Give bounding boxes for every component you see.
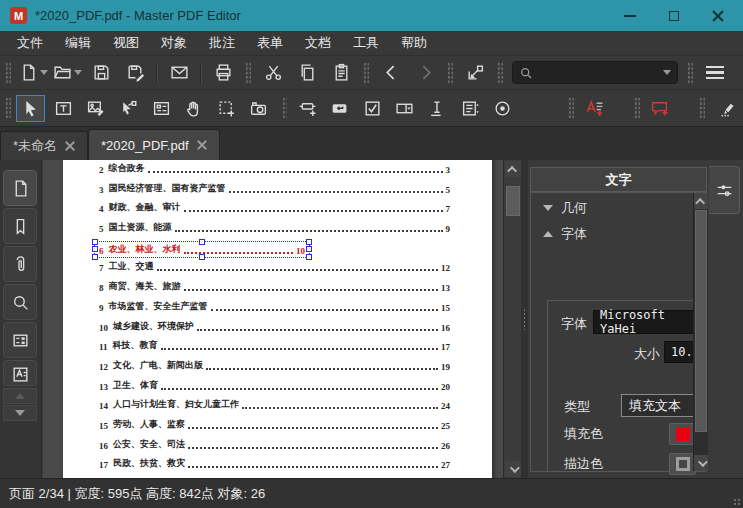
scroll-down-button[interactable]: [694, 455, 708, 471]
panel-toggle-tab[interactable]: [709, 166, 740, 214]
toc-row[interactable]: 10城乡建设、环境保护16: [99, 316, 450, 336]
menu-item-2[interactable]: 视图: [102, 32, 150, 54]
add-text-field-button[interactable]: [292, 95, 322, 122]
selection-handle[interactable]: [92, 254, 98, 260]
toolbar-grip[interactable]: [5, 97, 11, 119]
add-combobox-button[interactable]: [390, 95, 420, 122]
selection-handle[interactable]: [306, 239, 312, 245]
scroll-up-button[interactable]: [505, 161, 521, 177]
snapshot-tool-button[interactable]: [244, 95, 274, 122]
font-name-field[interactable]: Microsoft YaHei: [593, 310, 696, 334]
sticky-note-tool-button[interactable]: [645, 95, 675, 122]
toolbar-grip[interactable]: [363, 62, 369, 84]
tab-close-icon[interactable]: [65, 141, 75, 151]
scroll-up-button[interactable]: [694, 193, 708, 209]
search-panel-button[interactable]: [3, 284, 37, 320]
toc-row[interactable]: 12文化、广电、新闻出版19: [99, 355, 450, 375]
add-text-cursor-button[interactable]: [423, 95, 453, 122]
resize-grip[interactable]: [733, 498, 741, 506]
fit-page-button[interactable]: [458, 59, 492, 86]
overflow-menu-button[interactable]: [698, 59, 732, 86]
add-radio-button[interactable]: [488, 95, 518, 122]
print-button[interactable]: [206, 59, 240, 86]
select-tool-button[interactable]: [16, 95, 46, 122]
section-font[interactable]: 字体: [531, 219, 706, 245]
pages-panel-button[interactable]: [3, 170, 37, 206]
chevron-down-icon[interactable]: [663, 70, 671, 75]
tab-2020-pdf[interactable]: *2020_PDF.pdf: [88, 129, 219, 160]
menu-item-6[interactable]: 文档: [294, 32, 342, 54]
toc-row[interactable]: 15劳动、人事、监察25: [99, 414, 450, 434]
toc-row[interactable]: 16公安、安全、司法26: [99, 434, 450, 454]
toolbar-grip[interactable]: [245, 62, 251, 84]
stroke-color-button[interactable]: [669, 453, 696, 475]
save-button[interactable]: [84, 59, 118, 86]
selected-text-object[interactable]: 6农业、林业、水利10: [94, 241, 310, 258]
marker-tool-button[interactable]: [710, 95, 740, 122]
panel-splitter[interactable]: [521, 160, 528, 478]
new-document-button[interactable]: [16, 59, 50, 86]
add-checkbox-button[interactable]: [358, 95, 388, 122]
toc-row[interactable]: 6农业、林业、水利10: [99, 237, 450, 257]
toolbar-grip[interactable]: [634, 97, 640, 119]
selection-handle[interactable]: [92, 246, 98, 252]
menu-item-4[interactable]: 批注: [198, 32, 246, 54]
scroll-down-button[interactable]: [505, 461, 521, 477]
highlight-text-tool-button[interactable]: [579, 95, 609, 122]
edit-form-tool-button[interactable]: [146, 95, 176, 122]
bookmarks-panel-button[interactable]: [3, 208, 37, 244]
tab-close-icon[interactable]: [197, 140, 207, 150]
attachments-panel-button[interactable]: [3, 246, 37, 282]
form-fields-panel-button[interactable]: [3, 322, 37, 358]
add-listbox-button[interactable]: [455, 95, 485, 122]
selection-handle[interactable]: [306, 246, 312, 252]
toc-row[interactable]: 5国土资源、能源9: [99, 217, 450, 237]
title-bar[interactable]: M *2020_PDF.pdf - Master PDF Editor: [0, 0, 743, 31]
search-input[interactable]: [512, 61, 678, 84]
menu-item-8[interactable]: 帮助: [390, 32, 438, 54]
toc-row[interactable]: 13卫生、体育20: [99, 375, 450, 395]
hand-tool-button[interactable]: [179, 95, 209, 122]
forward-button[interactable]: [408, 59, 442, 86]
document-viewport[interactable]: 2综合政务33国民经济管理、国有资产监管54财政、金融、审计75国土资源、能源9…: [43, 160, 503, 478]
add-button-field-button[interactable]: [325, 95, 355, 122]
toc-row[interactable]: 7工业、交通12: [99, 256, 450, 276]
selection-handle[interactable]: [199, 239, 205, 245]
crop-tool-button[interactable]: [211, 95, 241, 122]
menu-item-3[interactable]: 对象: [150, 32, 198, 54]
toolbar-grip[interactable]: [5, 62, 11, 84]
selection-handle[interactable]: [92, 239, 98, 245]
back-button[interactable]: [374, 59, 408, 86]
minimize-button[interactable]: [615, 4, 645, 28]
scrollbar-thumb[interactable]: [506, 186, 520, 216]
paste-button[interactable]: [324, 59, 358, 86]
close-button[interactable]: [703, 4, 733, 28]
toolbar-grip[interactable]: [568, 97, 574, 119]
open-file-button[interactable]: [50, 59, 84, 86]
toolbar-grip[interactable]: [447, 62, 453, 84]
panel-scrollbar[interactable]: [693, 193, 708, 471]
document-scrollbar[interactable]: [503, 160, 521, 478]
menu-item-7[interactable]: 工具: [342, 32, 390, 54]
section-geometry[interactable]: 几何: [531, 193, 706, 219]
maximize-button[interactable]: [659, 4, 689, 28]
menu-item-1[interactable]: 编辑: [54, 32, 102, 54]
toc-row[interactable]: 14人口与计划生育、妇女儿童工作24: [99, 394, 450, 414]
toolbar-grip[interactable]: [497, 62, 503, 84]
sidebar-scroll-up-button[interactable]: [3, 388, 37, 404]
fill-color-button[interactable]: [669, 423, 696, 445]
menu-item-0[interactable]: 文件: [6, 32, 54, 54]
toc-row[interactable]: 8商贸、海关、旅游13: [99, 276, 450, 296]
toolbar-grip[interactable]: [282, 97, 288, 119]
toc-row[interactable]: 3国民经济管理、国有资产监管5: [99, 178, 450, 198]
toc-row[interactable]: 4财政、金融、审计7: [99, 197, 450, 217]
toolbar-grip[interactable]: [687, 62, 693, 84]
toc-row[interactable]: 2综合政务3: [99, 160, 450, 178]
edit-image-tool-button[interactable]: [81, 95, 111, 122]
pdf-page[interactable]: 2综合政务33国民经济管理、国有资产监管54财政、金融、审计75国土资源、能源9…: [63, 160, 492, 478]
scrollbar-thumb[interactable]: [695, 210, 707, 432]
edit-text-tool-button[interactable]: [48, 95, 78, 122]
save-as-button[interactable]: [118, 59, 152, 86]
font-size-field[interactable]: 10.5: [664, 341, 696, 363]
properties-panel-button[interactable]: [3, 360, 37, 386]
